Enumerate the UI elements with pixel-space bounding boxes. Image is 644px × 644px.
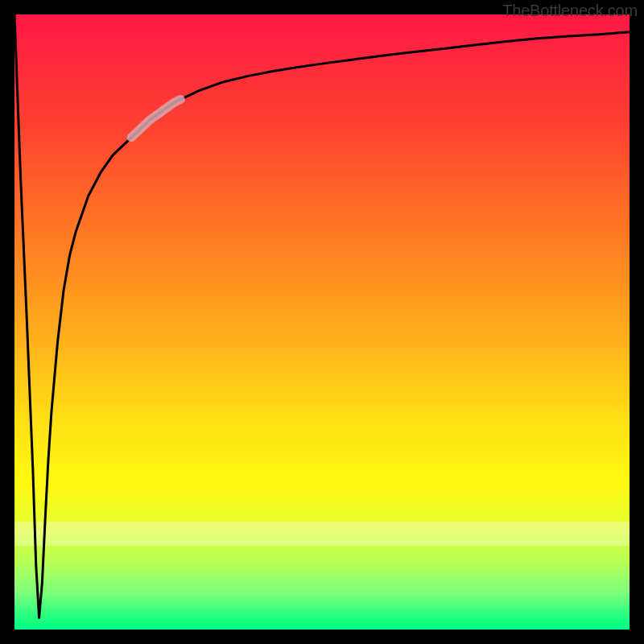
highlight-svg bbox=[14, 14, 630, 630]
plot-area bbox=[14, 14, 630, 630]
watermark-text: TheBottleneck.com bbox=[502, 2, 638, 20]
chart-frame: TheBottleneck.com bbox=[0, 0, 644, 644]
highlight-segment bbox=[131, 100, 180, 138]
